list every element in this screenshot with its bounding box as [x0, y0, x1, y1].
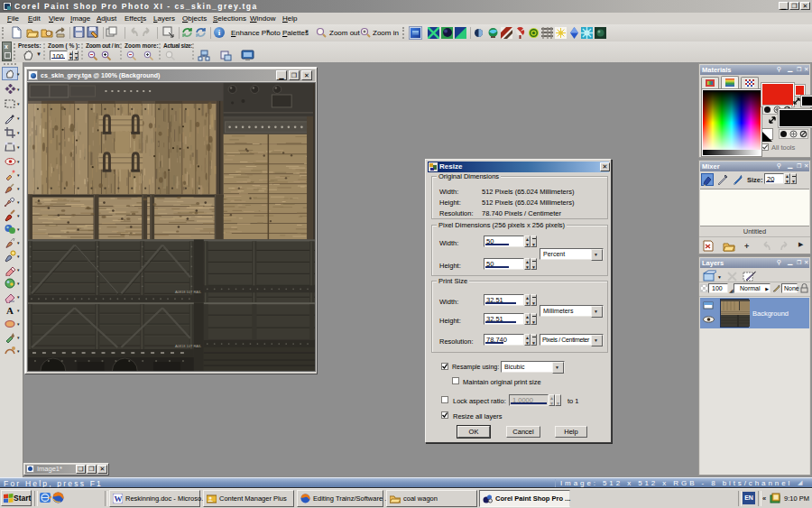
svg-text:A0818 10T RAIL: A0818 10T RAIL	[175, 344, 202, 348]
svg-text:A0818 10T RAIL: A0818 10T RAIL	[175, 290, 202, 294]
svg-text:W: W	[115, 494, 123, 503]
svg-text:A: A	[6, 305, 14, 316]
